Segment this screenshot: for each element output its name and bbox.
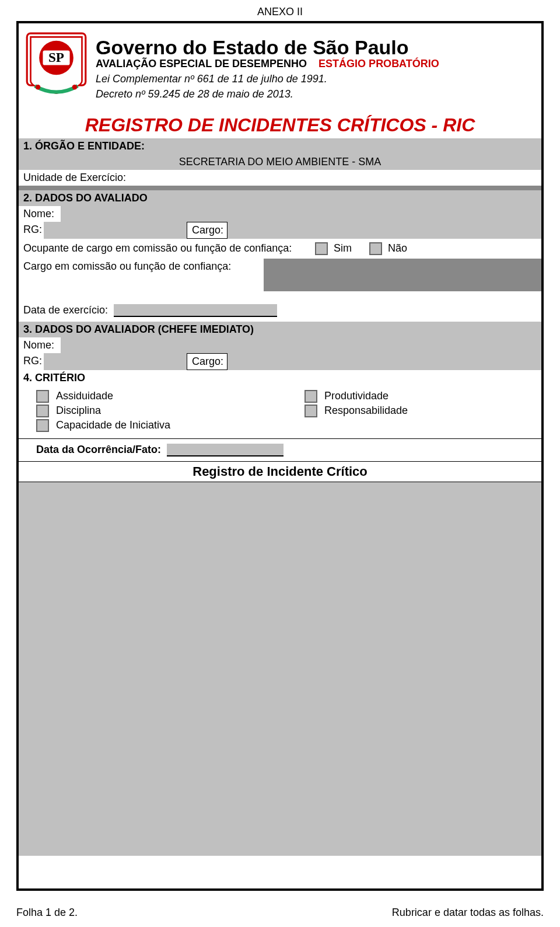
data-ocorrencia-row: Data da Ocorrência/Fato:: [19, 438, 541, 462]
avaliador-rg-input[interactable]: [44, 353, 187, 370]
data-ocorrencia-label: Data da Ocorrência/Fato:: [36, 444, 161, 456]
ocupante-row: Ocupante de cargo em comissão ou função …: [19, 239, 541, 259]
cargo-input[interactable]: [228, 222, 541, 239]
nome-label: Nome:: [19, 206, 61, 222]
data-exercicio-input[interactable]: [114, 304, 277, 317]
header-block: SP Governo do Estado de São Paulo AVALIA…: [19, 23, 541, 104]
lei-text: Lei Complementar nº 661 de 11 de julho d…: [96, 72, 533, 86]
header-text-block: Governo do Estado de São Paulo AVALIAÇÃO…: [96, 32, 533, 101]
unidade-input[interactable]: [135, 170, 541, 186]
cargo-comissao-label: Cargo em comissão ou função de confiança…: [19, 259, 264, 291]
avaliador-cargo-label: Cargo:: [187, 353, 228, 370]
governo-title: Governo do Estado de São Paulo: [96, 38, 533, 57]
unidade-row: Unidade de Exercício:: [19, 170, 541, 186]
ric-title: REGISTRO DE INCIDENTES CRÍTICOS - RIC: [19, 114, 541, 136]
nao-label: Não: [388, 242, 407, 255]
decreto-text: Decreto nº 59.245 de 28 de maio de 2013.: [96, 88, 533, 101]
avaliador-nome-input[interactable]: [61, 337, 541, 353]
avaliador-rg-cargo-row: RG: Cargo:: [19, 353, 541, 370]
checkbox-produtividade[interactable]: [304, 390, 317, 403]
checkbox-capacidade[interactable]: [36, 419, 49, 432]
estagio-label: ESTÁGIO PROBATÓRIO: [318, 58, 439, 69]
section4-heading: 4. CRITÉRIO: [19, 370, 541, 386]
avaliado-rg-cargo-row: RG: Cargo:: [19, 222, 541, 239]
checkbox-responsabilidade[interactable]: [304, 405, 317, 417]
cargo-comissao-row: Cargo em comissão ou função de confiança…: [19, 259, 541, 291]
checkbox-assiduidade[interactable]: [36, 390, 49, 403]
checkbox-sim[interactable]: [315, 242, 328, 255]
data-ocorrencia-input[interactable]: [167, 444, 284, 456]
cargo-label: Cargo:: [187, 222, 228, 239]
avaliacao-label: AVALIAÇÃO ESPECIAL DE DESEMPENHO: [96, 58, 307, 69]
criterio-grid: Assiduidade Produtividade Disciplina Res…: [19, 386, 541, 438]
disciplina-label: Disciplina: [56, 405, 101, 417]
data-exercicio-label: Data de exercício:: [23, 304, 108, 316]
avaliado-nome-row: Nome:: [19, 206, 541, 222]
incident-textarea[interactable]: [19, 482, 541, 856]
rg-input[interactable]: [44, 222, 187, 239]
cargo-comissao-input[interactable]: [264, 259, 541, 291]
checkbox-disciplina[interactable]: [36, 405, 49, 417]
subtitle-line: AVALIAÇÃO ESPECIAL DE DESEMPENHO ESTÁGIO…: [96, 58, 533, 70]
anexo-label: ANEXO II: [0, 0, 560, 21]
avaliador-rg-label: RG:: [19, 353, 44, 370]
gap-2: [19, 291, 541, 302]
registro-heading: Registro de Incidente Crítico: [19, 462, 541, 482]
ocupante-label: Ocupante de cargo em comissão ou função …: [23, 242, 309, 255]
secretaria-value: SECRETARIA DO MEIO AMBIENTE - SMA: [19, 154, 541, 170]
svg-text:SP: SP: [48, 50, 64, 65]
svg-point-5: [72, 85, 77, 89]
section2-heading: 2. DADOS DO AVALIADO: [19, 190, 541, 206]
footer-row: Folha 1 de 2. Rubricar e datar todas as …: [16, 907, 544, 919]
sim-label: Sim: [334, 242, 352, 255]
avaliador-cargo-input[interactable]: [228, 353, 541, 370]
unidade-label: Unidade de Exercício:: [19, 170, 135, 186]
responsabilidade-label: Responsabilidade: [324, 405, 408, 417]
folha-label: Folha 1 de 2.: [16, 907, 78, 919]
svg-point-4: [36, 85, 40, 89]
capacidade-label: Capacidade de Iniciativa: [56, 419, 170, 431]
produtividade-label: Produtividade: [324, 390, 388, 402]
nome-input[interactable]: [61, 206, 541, 222]
checkbox-nao[interactable]: [369, 242, 382, 255]
avaliador-nome-row: Nome:: [19, 337, 541, 353]
section1-heading: 1. ÓRGÃO E ENTIDADE:: [19, 138, 541, 154]
spacer-1: [19, 186, 541, 190]
rubricar-label: Rubricar e datar todas as folhas.: [392, 907, 544, 919]
form-container: SP Governo do Estado de São Paulo AVALIA…: [16, 21, 544, 891]
section3-heading: 3. DADOS DO AVALIADOR (CHEFE IMEDIATO): [19, 322, 541, 337]
rg-label: RG:: [19, 222, 44, 239]
data-exercicio-row: Data de exercício:: [19, 302, 541, 319]
assiduidade-label: Assiduidade: [56, 390, 113, 402]
avaliador-nome-label: Nome:: [19, 337, 61, 353]
state-crest-icon: SP: [26, 32, 87, 96]
